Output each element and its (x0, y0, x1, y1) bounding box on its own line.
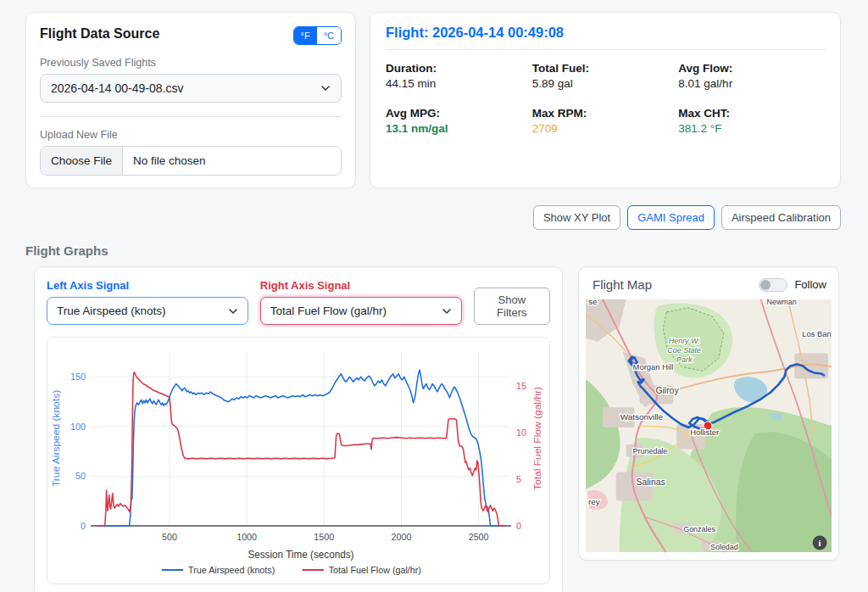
svg-text:Session Time (seconds): Session Time (seconds) (248, 549, 353, 561)
file-upload-input[interactable]: Choose File No file chosen (40, 146, 342, 176)
left-axis-signal-label: Left Axis Signal (47, 279, 248, 292)
info-icon[interactable]: i (813, 536, 827, 550)
svg-text:2000: 2000 (392, 532, 412, 542)
show-xy-plot-button[interactable]: Show XY Plot (533, 205, 620, 230)
gami-spread-button[interactable]: GAMI Spread (627, 205, 715, 230)
svg-text:Total Fuel Flow (gal/hr): Total Fuel Flow (gal/hr) (531, 387, 543, 490)
svg-text:0: 0 (81, 521, 86, 531)
stat-max-rpm: Max RPM: 2709 (532, 107, 679, 135)
map-park-label: Henry W. (669, 337, 700, 345)
follow-toggle[interactable] (759, 278, 787, 292)
map-place-label: Morgan Hill (633, 362, 674, 371)
upload-label: Upload New File (40, 129, 342, 141)
flight-graphs-heading: Flight Graphs (25, 243, 841, 258)
map-place-label: Watsonville (620, 412, 664, 422)
follow-label: Follow (794, 278, 826, 291)
file-chosen-status: No file chosen (123, 147, 216, 175)
saved-flights-value: 2026-04-14 00-49-08.csv (51, 81, 183, 95)
stat-duration: Duration: 44.15 min (386, 62, 532, 90)
left-axis-signal-group: Left Axis Signal True Airspeed (knots) (47, 279, 248, 325)
show-filters-button[interactable]: Show Filters (474, 288, 550, 325)
flight-data-source-card: Flight Data Source °F °C Previously Save… (25, 12, 356, 188)
stat-avg-mpg: Avg MPG: 13.1 nm/gal (386, 107, 532, 135)
map-place-label: Soledad (710, 543, 738, 551)
svg-text:i: i (819, 538, 821, 548)
map-pond (771, 413, 782, 420)
right-axis-signal-group: Right Axis Signal Total Fuel Flow (gal/h… (260, 279, 462, 325)
svg-text:5: 5 (516, 474, 521, 484)
map-place-label: se (588, 299, 598, 306)
map-place-label: Los Banos (802, 329, 832, 338)
airspeed-calibration-button[interactable]: Airspeed Calibration (721, 205, 841, 230)
svg-text:1000: 1000 (236, 532, 257, 542)
flight-map-card: Flight Map Follow (578, 266, 839, 561)
flight-chart[interactable]: 5001000150020002500050100150051015True A… (47, 338, 549, 584)
svg-text:15: 15 (516, 381, 526, 391)
flight-chart-panel: 5001000150020002500050100150051015True A… (47, 337, 550, 584)
stat-max-cht: Max CHT: 381.2 °F (678, 107, 825, 135)
divider (40, 116, 342, 117)
map-place-label: Gonzales (683, 525, 715, 533)
svg-text:True Airspeed (knots): True Airspeed (knots) (188, 565, 275, 575)
fahrenheit-button[interactable]: °F (294, 27, 317, 44)
top-row: Flight Data Source °F °C Previously Save… (25, 12, 841, 188)
right-axis-signal-label: Right Axis Signal (260, 279, 462, 292)
stat-total-fuel: Total Fuel: 5.89 gal (532, 62, 679, 90)
follow-toggle-knob (760, 280, 771, 290)
svg-text:10: 10 (516, 427, 526, 438)
svg-text:1500: 1500 (314, 532, 334, 542)
map-park-label: Park (676, 355, 693, 364)
chevron-down-icon (320, 83, 331, 93)
chevron-down-icon (228, 306, 238, 316)
map-place-label: Newman (767, 299, 797, 306)
actions-row: Show XY Plot GAMI Spread Airspeed Calibr… (25, 205, 841, 230)
svg-text:0: 0 (516, 521, 521, 531)
svg-text:150: 150 (70, 371, 86, 382)
map-title: Flight Map (593, 277, 652, 292)
svg-text:2500: 2500 (469, 532, 489, 542)
map-park-label: Coe State (667, 346, 701, 355)
right-axis-signal-select[interactable]: Total Fuel Flow (gal/hr) (260, 297, 462, 325)
svg-text:100: 100 (70, 422, 86, 432)
left-axis-signal-value: True Airspeed (knots) (57, 304, 166, 317)
chevron-down-icon (442, 306, 452, 316)
map-hills-se (736, 432, 832, 552)
choose-file-button[interactable]: Choose File (41, 147, 123, 175)
flight-graphs-card: Left Axis Signal True Airspeed (knots) R… (34, 266, 563, 592)
flight-info-card: Flight: 2026-04-14 00:49:08 Duration: 44… (370, 12, 841, 188)
svg-text:Total Fuel Flow (gal/hr): Total Fuel Flow (gal/hr) (329, 565, 421, 575)
svg-text:500: 500 (162, 532, 177, 542)
flight-stats-grid: Duration: 44.15 min Total Fuel: 5.89 gal… (386, 62, 825, 135)
temperature-unit-toggle: °F °C (293, 26, 342, 45)
flight-analyzer-page: Flight Data Source °F °C Previously Save… (0, 0, 868, 592)
source-card-title: Flight Data Source (40, 26, 159, 42)
right-axis-signal-value: Total Fuel Flow (gal/hr) (270, 304, 387, 317)
stat-avg-flow: Avg Flow: 8.01 gal/hr (678, 62, 825, 90)
map-place-label: Hollister (690, 427, 719, 437)
flight-map[interactable]: Henry W.Coe StateParkseNewmanMorgan Hill… (586, 299, 832, 553)
celsius-button[interactable]: °C (317, 27, 341, 44)
main-row: Left Axis Signal True Airspeed (knots) R… (34, 266, 841, 592)
map-place-label: rey (588, 497, 600, 506)
saved-flights-select[interactable]: 2026-04-14 00-49-08.csv (40, 74, 342, 103)
saved-flights-label: Previously Saved Flights (40, 57, 342, 69)
map-place-label: Salinas (637, 478, 665, 487)
map-place-label: Prunedale (633, 447, 668, 455)
left-axis-signal-select[interactable]: True Airspeed (knots) (47, 297, 248, 325)
map-header: Flight Map Follow (586, 274, 832, 299)
flight-title: Flight: 2026-04-14 00:49:08 (386, 25, 825, 50)
map-place-label: Gilroy (655, 386, 679, 395)
svg-text:True Airspeed (knots): True Airspeed (knots) (50, 390, 62, 487)
svg-text:50: 50 (75, 471, 86, 481)
